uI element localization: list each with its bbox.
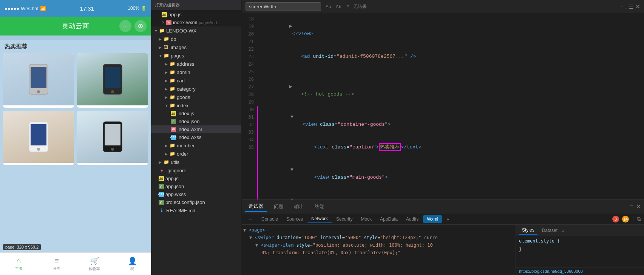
goods-title-1: 荣耀 畅玩5X 覆日金 移动联通4G手机 双卡双待 (3, 105, 74, 108)
styles-tab[interactable]: Styles (519, 226, 537, 235)
debug-tab-issues[interactable]: 问题 (270, 202, 287, 212)
prev-result-btn[interactable]: ↑ (621, 4, 623, 10)
file-gitignore[interactable]: ● .gitignore (151, 166, 241, 175)
fold-22[interactable]: ▼ (290, 114, 293, 120)
goods-item[interactable]: 荣耀 畅玩5X 覆日金 移动联通4G手机 双卡双待 ¥1999 已售99件 (3, 53, 74, 108)
debug-tab-debugger[interactable]: 调试器 (245, 201, 267, 212)
folder-cart[interactable]: ▶ 📁 cart (151, 76, 241, 85)
file-indexjson[interactable]: {} index.json (151, 117, 241, 125)
goods-title-2: OPPO R9s Plus 6GB+64GB 内存版 全网通4G手机 双卡双 (77, 105, 148, 108)
open-file-indexwxml[interactable]: ✕ W index.wxml pages\ind... (151, 19, 241, 26)
mobile-content-area: 热卖推荐 荣耀 畅玩5X 覆日金 移动联通4G手机 双卡双待 ¥1999 已售9… (0, 40, 151, 252)
code-line-25: ▼ <view class="single-goods" wx:for="{{g… (257, 189, 644, 199)
caret-right: ▶ (165, 95, 168, 99)
close-icon[interactable]: ✕ (162, 20, 165, 25)
regex-btn[interactable]: .* (344, 3, 350, 10)
root-folder[interactable]: ▼ 📁 LENDOO-WX (151, 26, 241, 35)
search-input[interactable] (246, 2, 321, 11)
file-appjs[interactable]: JS app.js (151, 175, 241, 182)
folder-images[interactable]: ▶ 🖼 images (151, 43, 241, 51)
mobile-preview: ●●●●● WeChat 📶 17:31 100% 🔋 灵动云商 ··· (0, 0, 151, 275)
dataset-tab[interactable]: Dataset (539, 227, 561, 234)
folder-index[interactable]: ▼ 📁 index (151, 101, 241, 110)
open-file-appjs[interactable]: JS app.js (151, 11, 241, 19)
header-icons: ··· (119, 20, 147, 32)
folder-db[interactable]: ▶ 📁 db (151, 35, 241, 43)
fold-21[interactable]: ▶ (289, 84, 292, 90)
caret-right: ▶ (165, 152, 168, 156)
file-indexwxss[interactable]: CSS index.wxss (151, 133, 241, 141)
goods-item[interactable]: 乐视 (Le) 乐2 (X620) 3GB+32GB 原力金 移动联通 ¥999… (77, 111, 148, 165)
nav-item-category[interactable]: ≡ 分类 (38, 253, 76, 275)
nav-item-cart[interactable]: 🛒 购物车 (76, 253, 113, 275)
fold-25[interactable]: ▼ (290, 197, 293, 199)
code-editor[interactable]: 18 19 20 21 22 23 24 25 26 27 28 29 30 3… (242, 14, 644, 199)
folder-order[interactable]: ▶ 📁 order (151, 150, 241, 158)
mobile-status-bar: ●●●●● WeChat 📶 17:31 100% 🔋 (0, 0, 151, 17)
folder-admin[interactable]: ▶ 📁 admin (151, 68, 241, 76)
devtools-appdata-tab[interactable]: AppData (376, 215, 402, 223)
devtools-sources-tab[interactable]: Sources (283, 215, 307, 223)
folder-goods[interactable]: ▶ 📁 goods (151, 93, 241, 101)
file-indexwxml[interactable]: W index.wxml (151, 125, 241, 133)
debug-collapse-btn[interactable]: ⌃ (629, 204, 634, 210)
devtools-audits-tab[interactable]: Audits (402, 215, 422, 223)
whole-word-btn[interactable]: Ab (334, 3, 343, 10)
file-appwxss[interactable]: CSS app.wxss (151, 190, 241, 198)
nav-item-me[interactable]: 👤 我 (113, 253, 151, 275)
file-projectconfig[interactable]: {} project.config.json (151, 198, 241, 206)
file-indexjs[interactable]: JS index.js (151, 110, 241, 117)
goods-title-3: 【礼盒版】魅族(MEIZU) 魅蓝metal 4G手机 双卡双待 白 (3, 163, 74, 165)
match-case-btn[interactable]: Aa (324, 3, 333, 10)
folder-pages[interactable]: ▼ 📁 pages (151, 51, 241, 60)
folder-address[interactable]: ▶ 📁 address (151, 60, 241, 68)
debug-close-btn[interactable]: ✕ (636, 203, 641, 210)
debug-controls: ⌃ ✕ (629, 203, 641, 210)
menu-icon[interactable]: ··· (119, 20, 131, 32)
goods-item[interactable]: 【礼盒版】魅族(MEIZU) 魅蓝metal 4G手机 双卡双待 白 ¥749 … (3, 111, 74, 165)
pages-folder-icon: 📁 (163, 53, 169, 59)
file-appjson[interactable]: {} app.json (151, 182, 241, 190)
devtools-network-tab[interactable]: Network (307, 215, 332, 223)
search-result-label: 无结果 (353, 3, 367, 10)
debug-link[interactable]: https://blog.csdn.net/qq_33608000 (516, 267, 644, 275)
folder-admin-label: admin (177, 70, 190, 75)
search-close-btn[interactable]: ✕ (635, 3, 640, 10)
more-options-btn[interactable]: ⋮ (630, 216, 636, 222)
devtools-security-tab[interactable]: Security (332, 215, 356, 223)
folder-category[interactable]: ▶ 📁 category (151, 85, 241, 93)
toggle-list-btn[interactable]: ☰ (629, 4, 634, 10)
nav-item-home[interactable]: ⌂ 首页 (0, 253, 38, 275)
styles-content[interactable]: element.style { } (516, 236, 644, 267)
code-content-area[interactable]: ▶ </view> <ad unit-id="adunit-f506078e25… (257, 14, 644, 199)
devtools-wxml-tab[interactable]: Wxml (423, 215, 442, 223)
images-folder-icon: 🖼 (163, 44, 169, 50)
devtools-console-tab[interactable]: Console (258, 215, 282, 223)
restore-btn[interactable]: ⧉ (637, 216, 641, 222)
debug-content: ▼ <page> ▼ <swiper duration="1000" inter… (242, 225, 644, 275)
fold-18[interactable]: ▶ (289, 23, 292, 29)
devtools-more-btn[interactable]: » (443, 215, 453, 223)
wxml-line-2: ▼ <swiper duration="1000" interval="5000… (243, 234, 514, 241)
folder-utils[interactable]: ▶ 📁 utils (151, 158, 241, 166)
folder-member[interactable]: ▶ 📁 member (151, 141, 241, 150)
debug-tab-output[interactable]: 输出 (290, 202, 308, 212)
goods-item[interactable]: OPPO R9s Plus 6GB+64GB 内存版 全网通4G手机 双卡双 ¥… (77, 53, 148, 108)
camera-icon[interactable] (134, 20, 147, 32)
editor-search-bar: Aa Ab .* 无结果 ↑ ↓ ☰ ✕ (242, 0, 644, 14)
devtools-arrow-btn[interactable]: ← (245, 215, 257, 223)
right-more-btn[interactable]: » (562, 228, 565, 233)
caret-right: ▶ (165, 62, 168, 66)
svg-point-4 (37, 90, 40, 93)
editor-area: Aa Ab .* 无结果 ↑ ↓ ☰ ✕ 18 19 20 21 22 23 2… (242, 0, 644, 199)
debug-wxml-content[interactable]: ▼ <page> ▼ <swiper duration="1000" inter… (242, 225, 516, 275)
fold-24[interactable]: ▼ (290, 167, 293, 173)
next-result-btn[interactable]: ↓ (625, 4, 627, 10)
code-line-24: ▼ <view class="main-goods"> (257, 159, 644, 189)
file-tree-panel: 打开的编辑器 JS app.js ✕ W index.wxml pages\in… (151, 0, 242, 275)
debug-tab-terminal[interactable]: 终端 (311, 202, 328, 212)
file-readme[interactable]: ℹ README.md (151, 206, 241, 215)
folder-pages-label: pages (171, 53, 184, 59)
devtools-mock-tab[interactable]: Mock (357, 215, 375, 223)
file-indexjson-label: index.json (178, 119, 200, 124)
